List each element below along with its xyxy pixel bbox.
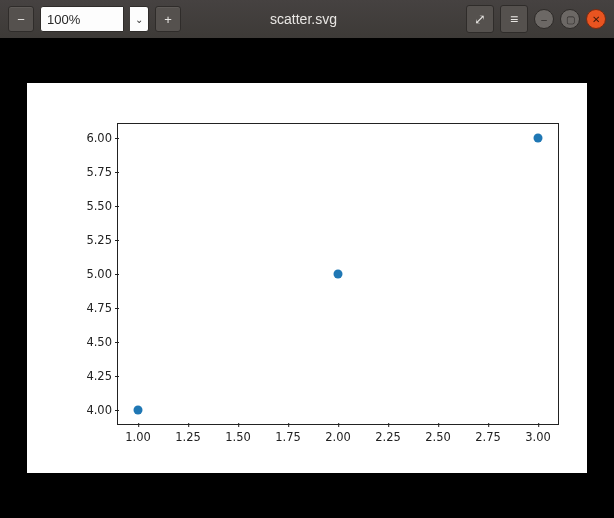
chevron-down-icon: ⌄ bbox=[135, 14, 143, 25]
x-tick-label: 2.75 bbox=[475, 424, 501, 444]
expand-icon: ⤢ bbox=[474, 11, 486, 27]
window-close-button[interactable]: ✕ bbox=[586, 9, 606, 29]
zoom-out-button[interactable]: − bbox=[8, 6, 34, 32]
x-tick-label: 1.75 bbox=[275, 424, 301, 444]
y-tick-label: 4.75 bbox=[52, 301, 118, 315]
x-tick-label: 1.25 bbox=[175, 424, 201, 444]
titlebar: − 100% ⌄ + scatter.svg ⤢ ≡ – ▢ ✕ bbox=[0, 0, 614, 38]
chart-axes: 4.004.254.504.755.005.255.505.756.001.00… bbox=[117, 123, 559, 425]
y-tick-label: 5.75 bbox=[52, 165, 118, 179]
x-tick-label: 1.50 bbox=[225, 424, 251, 444]
close-icon: ✕ bbox=[592, 14, 600, 25]
content-area[interactable]: 4.004.254.504.755.005.255.505.756.001.00… bbox=[0, 38, 614, 518]
y-tick-label: 5.25 bbox=[52, 233, 118, 247]
zoom-dropdown-button[interactable]: ⌄ bbox=[130, 6, 149, 32]
y-tick-label: 4.00 bbox=[52, 403, 118, 417]
x-tick-label: 1.00 bbox=[125, 424, 151, 444]
zoom-level-field[interactable]: 100% bbox=[40, 6, 124, 32]
x-tick-label: 3.00 bbox=[525, 424, 551, 444]
data-point bbox=[334, 270, 343, 279]
titlebar-right-controls: ⤢ ≡ – ▢ ✕ bbox=[466, 5, 606, 33]
data-point bbox=[134, 406, 143, 415]
minimize-icon: – bbox=[541, 14, 547, 25]
window-maximize-button[interactable]: ▢ bbox=[560, 9, 580, 29]
maximize-icon: ▢ bbox=[566, 14, 575, 25]
window-minimize-button[interactable]: – bbox=[534, 9, 554, 29]
x-tick-label: 2.50 bbox=[425, 424, 451, 444]
chart-canvas: 4.004.254.504.755.005.255.505.756.001.00… bbox=[27, 83, 587, 473]
fullscreen-button[interactable]: ⤢ bbox=[466, 5, 494, 33]
x-tick-label: 2.25 bbox=[375, 424, 401, 444]
y-tick-label: 5.50 bbox=[52, 199, 118, 213]
window-title: scatter.svg bbox=[187, 11, 460, 27]
y-tick-label: 4.25 bbox=[52, 369, 118, 383]
data-point bbox=[534, 133, 543, 142]
app-window: − 100% ⌄ + scatter.svg ⤢ ≡ – ▢ ✕ bbox=[0, 0, 614, 518]
y-tick-label: 4.50 bbox=[52, 335, 118, 349]
y-tick-label: 6.00 bbox=[52, 131, 118, 145]
zoom-in-button[interactable]: + bbox=[155, 6, 181, 32]
y-tick-label: 5.00 bbox=[52, 267, 118, 281]
hamburger-icon: ≡ bbox=[510, 11, 518, 27]
x-tick-label: 2.00 bbox=[325, 424, 351, 444]
menu-button[interactable]: ≡ bbox=[500, 5, 528, 33]
